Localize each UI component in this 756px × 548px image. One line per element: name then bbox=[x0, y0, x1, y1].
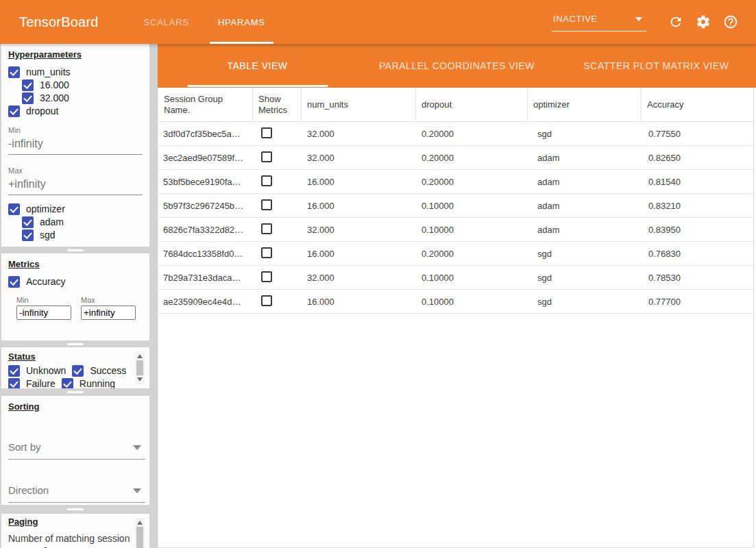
optimizer-value: sgd bbox=[528, 129, 642, 139]
scroll-down-icon[interactable] bbox=[137, 377, 143, 382]
direction-select[interactable]: Direction bbox=[8, 480, 145, 503]
accuracy-min-field: Min bbox=[16, 296, 71, 320]
status-success-checkbox[interactable] bbox=[72, 365, 84, 377]
scrollbar-thumb[interactable] bbox=[136, 527, 143, 548]
refresh-icon bbox=[668, 14, 683, 29]
num-units-32-checkbox[interactable] bbox=[22, 92, 34, 104]
status-running-checkbox[interactable] bbox=[62, 378, 73, 389]
dropout-max-field: Max bbox=[8, 166, 143, 195]
accuracy-value: 0.76830 bbox=[642, 249, 753, 259]
dropout-value: 0.10000 bbox=[416, 297, 528, 307]
hparam-optimizer-row: optimizer bbox=[8, 203, 143, 215]
section-resize-handle[interactable] bbox=[67, 249, 84, 251]
help-button[interactable] bbox=[723, 14, 738, 29]
show-metrics-checkbox[interactable] bbox=[261, 223, 272, 234]
num-units-16-checkbox[interactable] bbox=[22, 79, 34, 91]
accuracy-label: Accuracy bbox=[26, 276, 66, 288]
session-group-name: 7b29a731e3daca… bbox=[158, 273, 253, 283]
tab-table-view[interactable]: TABLE VIEW bbox=[158, 44, 357, 88]
show-metrics-checkbox[interactable] bbox=[261, 127, 272, 138]
dropout-max-label: Max bbox=[8, 166, 143, 175]
dropout-checkbox[interactable] bbox=[8, 105, 20, 117]
tab-scatter-plot-matrix-label: SCATTER PLOT MATRIX VIEW bbox=[584, 60, 729, 71]
refresh-button[interactable] bbox=[668, 14, 683, 29]
col-optimizer: optimizer bbox=[528, 88, 642, 121]
status-title: Status bbox=[8, 351, 143, 362]
tab-scalars[interactable]: SCALARS bbox=[136, 0, 197, 44]
section-resize-handle[interactable] bbox=[67, 391, 84, 393]
num-units-label: num_units bbox=[26, 66, 71, 78]
sort-by-select[interactable]: Sort by bbox=[8, 437, 145, 460]
accuracy-value: 0.78530 bbox=[642, 273, 753, 283]
scroll-up-icon[interactable] bbox=[137, 354, 143, 358]
accuracy-min-input[interactable] bbox=[16, 306, 71, 320]
tab-hparams[interactable]: HPARAMS bbox=[210, 0, 273, 44]
paging-scrollbar[interactable] bbox=[135, 518, 145, 548]
num-units-value: 32.000 bbox=[302, 129, 416, 139]
chevron-down-icon bbox=[133, 445, 141, 450]
status-failure-checkbox[interactable] bbox=[8, 378, 20, 389]
dropout-max-input[interactable] bbox=[8, 176, 143, 195]
status-unknown-checkbox[interactable] bbox=[8, 365, 20, 377]
optimizer-checkbox[interactable] bbox=[8, 203, 20, 215]
status-unknown-row: Unknown bbox=[8, 364, 66, 377]
dropout-value: 0.10000 bbox=[416, 273, 528, 283]
dropout-value: 0.10000 bbox=[416, 225, 528, 235]
dropout-label: dropout bbox=[26, 105, 58, 117]
scroll-up-icon[interactable] bbox=[137, 521, 143, 525]
show-metrics-checkbox[interactable] bbox=[261, 175, 272, 186]
optimizer-value: sgd bbox=[528, 273, 642, 283]
accuracy-value: 0.83950 bbox=[642, 225, 753, 235]
table-row: 3ec2aed9e07589f… 32.000 0.20000 adam 0.8… bbox=[158, 146, 753, 170]
section-resize-handle[interactable] bbox=[67, 343, 84, 345]
sidebar: Hyperparameters num_units 16.000 32.000 … bbox=[0, 44, 158, 548]
tab-hparams-label: HPARAMS bbox=[218, 17, 265, 27]
num-units-checkbox[interactable] bbox=[8, 66, 20, 78]
table-row: 7684dcc13358fd0… 16.000 0.20000 sgd 0.76… bbox=[158, 242, 753, 266]
table-row: 53bf5bece9190fa… 16.000 0.20000 adam 0.8… bbox=[158, 170, 753, 194]
session-group-name: 5b97f3c2967245b… bbox=[158, 201, 253, 211]
table-empty-area bbox=[158, 314, 753, 547]
panel-gap bbox=[1, 505, 149, 514]
col-session-group-name: Session Group Name. bbox=[158, 88, 253, 121]
table-row: 3df0d7cf35bec5a… 32.000 0.20000 sgd 0.77… bbox=[158, 122, 753, 146]
accuracy-value: 0.82650 bbox=[642, 153, 753, 163]
session-group-name: ae235909ec4e4d… bbox=[158, 297, 253, 307]
tab-scatter-plot-matrix-view[interactable]: SCATTER PLOT MATRIX VIEW bbox=[557, 44, 756, 88]
status-dropdown[interactable]: INACTIVE bbox=[552, 12, 646, 32]
show-metrics-checkbox[interactable] bbox=[261, 151, 272, 162]
dropout-min-input[interactable] bbox=[8, 136, 143, 155]
panel-gap bbox=[1, 247, 149, 253]
tab-parallel-coordinates-label: PARALLEL COORDINATES VIEW bbox=[379, 60, 535, 71]
section-resize-handle[interactable] bbox=[67, 508, 84, 510]
app-title: TensorBoard bbox=[19, 14, 99, 30]
status-failure-label: Failure bbox=[26, 378, 56, 389]
show-metrics-checkbox[interactable] bbox=[261, 199, 272, 210]
accuracy-checkbox[interactable] bbox=[8, 276, 20, 288]
scrollbar-thumb[interactable] bbox=[136, 360, 143, 375]
accuracy-value: 0.77700 bbox=[642, 297, 753, 307]
show-metrics-checkbox[interactable] bbox=[261, 271, 272, 282]
dropout-value: 0.20000 bbox=[416, 129, 528, 139]
tab-parallel-coordinates-view[interactable]: PARALLEL COORDINATES VIEW bbox=[357, 44, 557, 88]
session-group-name: 7684dcc13358fd0… bbox=[158, 249, 253, 259]
table-header: Session Group Name. Show Metrics num_uni… bbox=[158, 88, 753, 122]
optimizer-label: optimizer bbox=[26, 203, 65, 215]
accuracy-max-input[interactable] bbox=[81, 306, 136, 320]
panel-gap bbox=[1, 388, 149, 396]
session-group-name: 3ec2aed9e07589f… bbox=[158, 153, 253, 163]
main-content: TABLE VIEW PARALLEL COORDINATES VIEW SCA… bbox=[158, 44, 756, 548]
status-scrollbar[interactable] bbox=[135, 351, 145, 384]
optimizer-sgd-checkbox[interactable] bbox=[22, 229, 34, 241]
dropout-value: 0.10000 bbox=[416, 201, 528, 211]
optimizer-adam-checkbox[interactable] bbox=[22, 216, 34, 228]
settings-button[interactable] bbox=[696, 14, 711, 29]
show-metrics-checkbox[interactable] bbox=[261, 247, 272, 258]
sessions-table: Session Group Name. Show Metrics num_uni… bbox=[158, 88, 754, 548]
status-running-row: Running bbox=[62, 377, 115, 388]
table-row: 6826c7fa3322d82… 32.000 0.10000 adam 0.8… bbox=[158, 218, 753, 242]
show-metrics-checkbox[interactable] bbox=[261, 295, 272, 306]
table-row: ae235909ec4e4d… 16.000 0.10000 sgd 0.777… bbox=[158, 290, 753, 314]
hparam-optimizer-adam-row: adam bbox=[22, 216, 143, 228]
gear-icon bbox=[696, 14, 711, 29]
